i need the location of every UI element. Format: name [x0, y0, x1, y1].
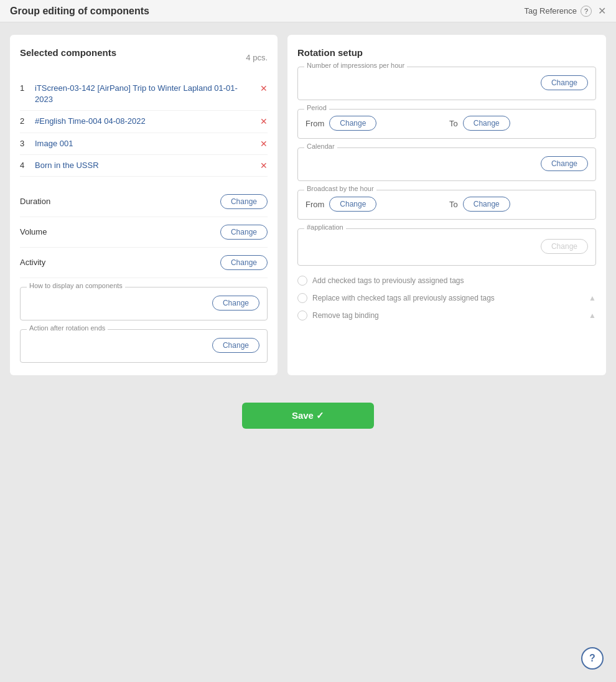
activity-change-button[interactable]: Change [220, 255, 268, 270]
impressions-legend: Number of impressions per hour [304, 62, 407, 69]
close-icon[interactable]: ✕ [598, 5, 606, 17]
radio-remove-binding-input[interactable] [297, 311, 307, 320]
component-name-4: Born in the USSR [35, 160, 255, 171]
tag-reference-label: Tag Reference [524, 6, 577, 16]
application-box: #application Change [297, 228, 596, 266]
component-num-1: 1 [20, 83, 30, 93]
duration-label: Duration [20, 197, 50, 206]
application-inner: Change [306, 235, 588, 258]
remove-component-4-icon[interactable]: ✕ [260, 160, 268, 170]
radio-left-1: Add checked tags to previously assigned … [297, 276, 464, 286]
pcs-count: 4 pcs. [246, 53, 268, 62]
table-row: 4 Born in the USSR ✕ [20, 155, 268, 177]
radio-row-2: Replace with checked tags all previously… [297, 293, 596, 303]
how-to-display-box: How to display an components Change [20, 287, 268, 320]
how-to-display-change-button[interactable]: Change [212, 296, 259, 311]
calendar-legend: Calendar [304, 142, 337, 150]
broadcast-from-label: From [306, 200, 324, 209]
remove-component-3-icon[interactable]: ✕ [260, 138, 268, 149]
duration-row: Duration Change [20, 187, 268, 217]
action-after-rotation-box: Action after rotation ends Change [20, 329, 268, 363]
period-to: To Change [449, 116, 588, 131]
table-row: 1 iTScreen-03-142 [AirPano] Trip to Wint… [20, 78, 268, 111]
main-content: Selected components 4 pcs. 1 iTScreen-03… [0, 22, 616, 388]
period-inner: From Change To Change [306, 116, 588, 131]
impressions-inner: Change [306, 73, 588, 92]
component-name-1: iTScreen-03-142 [AirPano] Trip to Winter… [35, 83, 255, 105]
calendar-inner: Change [306, 154, 588, 173]
radio-options: Add checked tags to previously assigned … [297, 276, 596, 320]
component-num-2: 2 [20, 116, 30, 126]
application-legend: #application [304, 223, 346, 231]
activity-label: Activity [20, 258, 45, 267]
top-bar: Group editing of components Tag Referenc… [0, 0, 616, 22]
period-from: From Change [306, 116, 444, 131]
activity-row: Activity Change [20, 248, 268, 278]
component-num-4: 4 [20, 160, 30, 170]
broadcast-to-change-button[interactable]: Change [463, 197, 510, 212]
radio-add-tags-input[interactable] [297, 276, 307, 286]
table-row: 2 #English Time-004 04-08-2022 ✕ [20, 111, 268, 133]
action-after-rotation-inner: Change [28, 336, 259, 355]
radio-replace-tags-input[interactable] [297, 293, 307, 303]
volume-change-button[interactable]: Change [220, 225, 268, 240]
left-panel: Selected components 4 pcs. 1 iTScreen-03… [10, 35, 278, 375]
radio-left-2: Replace with checked tags all previously… [297, 293, 495, 303]
save-button[interactable]: Save ✓ [242, 403, 374, 429]
top-bar-actions: Tag Reference ? ✕ [524, 5, 606, 17]
impressions-box: Number of impressions per hour Change [297, 67, 596, 100]
broadcast-from: From Change [306, 197, 444, 212]
period-to-label: To [449, 119, 458, 128]
radio-replace-tags-label: Replace with checked tags all previously… [312, 294, 495, 302]
volume-row: Volume Change [20, 217, 268, 248]
help-circle-icon[interactable]: ? [581, 647, 604, 670]
radio-remove-binding-label: Remove tag binding [312, 311, 379, 320]
radio-row-1: Add checked tags to previously assigned … [297, 276, 596, 286]
selected-components-title: Selected components [20, 47, 116, 58]
radio-left-3: Remove tag binding [297, 311, 379, 320]
how-to-display-inner: Change [28, 294, 259, 312]
tag-reference-help-icon[interactable]: ? [581, 6, 592, 17]
calendar-change-button[interactable]: Change [541, 156, 588, 171]
remove-component-2-icon[interactable]: ✕ [260, 116, 268, 126]
component-num-3: 3 [20, 138, 30, 148]
radio-add-tags-label: Add checked tags to previously assigned … [312, 276, 464, 285]
volume-label: Volume [20, 227, 47, 236]
remove-component-1-icon[interactable]: ✕ [260, 83, 268, 93]
application-change-button: Change [541, 239, 588, 254]
rotation-setup-title: Rotation setup [297, 47, 596, 58]
page-title: Group editing of components [10, 6, 149, 17]
period-to-change-button[interactable]: Change [463, 116, 510, 131]
period-legend: Period [304, 104, 329, 111]
right-panel: Rotation setup Number of impressions per… [287, 35, 606, 375]
impressions-change-button[interactable]: Change [541, 75, 588, 90]
component-list: 1 iTScreen-03-142 [AirPano] Trip to Wint… [20, 78, 268, 177]
action-after-rotation-legend: Action after rotation ends [27, 324, 108, 332]
radio-row-3: Remove tag binding ▲ [297, 311, 596, 320]
how-to-display-legend: How to display an components [27, 282, 125, 289]
table-row: 3 Image 001 ✕ [20, 133, 268, 155]
triangle-icon-2: ▲ [589, 311, 596, 320]
selected-header: Selected components 4 pcs. [20, 47, 268, 68]
action-after-rotation-change-button[interactable]: Change [212, 338, 259, 353]
broadcast-to-label: To [449, 200, 458, 209]
bottom-bar: Save ✓ [0, 393, 616, 439]
broadcast-box: Broadcast by the hour From Change To Cha… [297, 190, 596, 220]
triangle-icon-1: ▲ [589, 294, 596, 302]
broadcast-to: To Change [449, 197, 588, 212]
period-box: Period From Change To Change [297, 109, 596, 139]
component-name-3: Image 001 [35, 138, 255, 149]
component-name-2: #English Time-004 04-08-2022 [35, 116, 255, 127]
broadcast-inner: From Change To Change [306, 197, 588, 212]
broadcast-from-change-button[interactable]: Change [329, 197, 376, 212]
period-from-change-button[interactable]: Change [329, 116, 376, 131]
broadcast-legend: Broadcast by the hour [304, 185, 376, 192]
calendar-box: Calendar Change [297, 147, 596, 181]
period-from-label: From [306, 119, 324, 128]
duration-change-button[interactable]: Change [220, 194, 268, 209]
